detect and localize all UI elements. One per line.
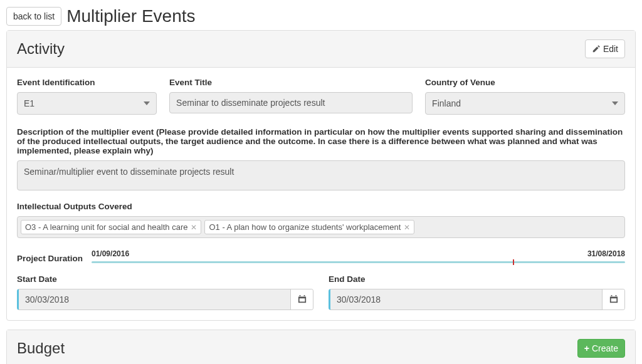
event-id-label: Event Identification [17,78,157,87]
chevron-down-icon [612,101,618,105]
output-tag: O1 - A plan how to organize students' wo… [204,220,414,234]
output-tag-label: O1 - A plan how to organize students' wo… [209,222,401,232]
event-id-value: E1 [24,98,34,108]
end-date-picker-button[interactable] [602,289,624,309]
budget-heading: Budget [17,340,65,357]
outputs-label: Intellectual Outputs Covered [17,202,625,211]
back-to-list-button[interactable]: back to list [6,7,61,26]
calendar-icon [298,294,307,303]
chevron-down-icon [144,101,150,105]
calendar-icon [609,294,618,303]
event-title-input[interactable]: Seminar to disseminate projects result [169,92,413,113]
start-date-picker-button[interactable] [290,289,313,309]
country-select[interactable]: Finland [425,92,625,115]
edit-button[interactable]: Edit [585,39,625,58]
output-tag: O3 - A learning unit for social and heal… [21,220,201,234]
country-value: Finland [432,98,461,108]
event-title-label: Event Title [169,78,413,87]
create-button-label: Create [592,343,618,353]
project-duration-timeline: 01/09/2016 31/08/2018 [92,251,625,266]
create-button[interactable]: + Create [577,339,625,358]
edit-button-label: Edit [603,44,618,54]
duration-start-date: 01/09/2016 [92,249,129,258]
description-label: Description of the multiplier event (Ple… [17,127,625,155]
close-icon[interactable]: ✕ [191,223,197,232]
timeline-marker [513,259,514,265]
activity-panel: Activity Edit Event Identification E1 Ev… [6,30,636,321]
pencil-icon [592,44,601,53]
output-tag-label: O3 - A learning unit for social and heal… [25,222,187,232]
project-duration-label: Project Duration [17,254,83,263]
event-id-select[interactable]: E1 [17,92,157,115]
description-textarea[interactable]: Seminar/multiplier event to disseminate … [17,160,625,190]
outputs-tagbox[interactable]: O3 - A learning unit for social and heal… [17,216,625,238]
start-date-label: Start Date [17,274,313,284]
country-label: Country of Venue [425,78,625,87]
close-icon[interactable]: ✕ [404,223,410,232]
duration-end-date: 31/08/2018 [587,249,625,258]
activity-heading: Activity [17,40,65,58]
start-date-input[interactable] [19,289,290,309]
plus-icon: + [584,343,589,353]
budget-panel: Budget + Create [6,330,636,364]
end-date-label: End Date [329,274,625,284]
page-title: Multiplier Events [66,6,195,26]
end-date-input[interactable] [330,289,602,309]
